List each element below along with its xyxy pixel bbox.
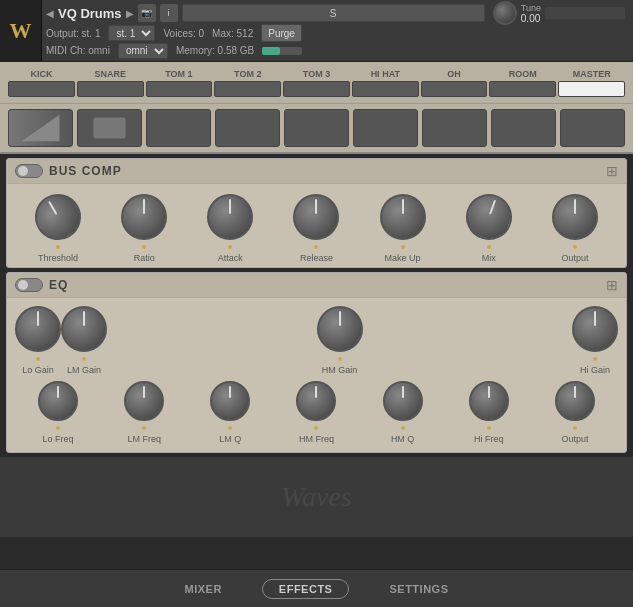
- release-dot: [314, 245, 318, 249]
- hm-q-knob[interactable]: [383, 381, 423, 421]
- nav-settings[interactable]: SETTINGS: [389, 583, 448, 595]
- buscomp-output-group: Output: [552, 194, 598, 263]
- bus-comp-title: BUS COMP: [49, 164, 122, 178]
- title-row: ◀ VQ Drums ▶ 📷 i S Tune 0.00: [46, 2, 629, 24]
- eq-output-label: Output: [561, 434, 588, 444]
- pattern-btn-9[interactable]: [560, 109, 625, 147]
- output-label: Output: st. 1: [46, 28, 100, 39]
- tune-knob[interactable]: [493, 1, 517, 25]
- lo-freq-group: Lo Freq: [38, 381, 78, 444]
- hi-freq-label: Hi Freq: [474, 434, 504, 444]
- pad-master-label: MASTER: [573, 69, 611, 79]
- nav-mixer[interactable]: MIXER: [185, 583, 222, 595]
- pattern-btn-7[interactable]: [422, 109, 487, 147]
- threshold-knob[interactable]: [27, 186, 90, 249]
- pad-snare: SNARE: [77, 69, 144, 97]
- tune-label: Tune: [521, 3, 541, 13]
- pad-kick: KICK: [8, 69, 75, 97]
- top-bar: W ◀ VQ Drums ▶ 📷 i S Tune 0.00 Output: s…: [0, 0, 633, 62]
- mix-knob[interactable]: [459, 188, 518, 247]
- prev-arrow[interactable]: ◀: [46, 8, 54, 19]
- makeup-knob[interactable]: [380, 194, 426, 240]
- midi-dropdown[interactable]: omni: [118, 43, 168, 59]
- pattern-ramp-btn[interactable]: [8, 109, 73, 147]
- info-button[interactable]: i: [160, 4, 178, 22]
- makeup-group: Make Up: [380, 194, 426, 263]
- eq-row1: Lo Gain LM Gain HM Gain Hi Gain: [7, 298, 626, 377]
- lo-gain-knob[interactable]: [15, 306, 61, 352]
- lm-freq-dot: [142, 426, 146, 430]
- pad-tom3-btn[interactable]: [283, 81, 350, 97]
- eq-toggle[interactable]: [15, 278, 43, 292]
- hi-freq-group: Hi Freq: [469, 381, 509, 444]
- pad-snare-btn[interactable]: [77, 81, 144, 97]
- mix-group: Mix: [466, 194, 512, 263]
- hm-freq-dot: [314, 426, 318, 430]
- release-label: Release: [300, 253, 333, 263]
- bus-comp-expand-icon[interactable]: ⊞: [606, 163, 618, 179]
- release-knob[interactable]: [293, 194, 339, 240]
- lm-freq-group: LM Freq: [124, 381, 164, 444]
- hi-gain-dot: [593, 357, 597, 361]
- lo-gain-group: Lo Gain: [15, 306, 61, 375]
- lo-freq-dot: [56, 426, 60, 430]
- pattern-square-btn[interactable]: [77, 109, 142, 147]
- makeup-dot: [401, 245, 405, 249]
- purge-button[interactable]: Purge: [261, 24, 302, 42]
- pad-oh-btn[interactable]: [421, 81, 488, 97]
- pad-room-btn[interactable]: [489, 81, 556, 97]
- camera-button[interactable]: 📷: [138, 4, 156, 22]
- bus-comp-toggle[interactable]: [15, 164, 43, 178]
- ratio-label: Ratio: [134, 253, 155, 263]
- hm-freq-knob[interactable]: [296, 381, 336, 421]
- pad-hihat-btn[interactable]: [352, 81, 419, 97]
- lm-freq-knob[interactable]: [124, 381, 164, 421]
- eq-expand-icon[interactable]: ⊞: [606, 277, 618, 293]
- makeup-label: Make Up: [385, 253, 421, 263]
- ratio-knob[interactable]: [121, 194, 167, 240]
- hi-freq-dot: [487, 426, 491, 430]
- eq-output-group: Output: [555, 381, 595, 444]
- attack-knob[interactable]: [207, 194, 253, 240]
- watermark: Waves: [281, 481, 352, 513]
- svg-rect-1: [93, 118, 125, 139]
- lo-freq-knob[interactable]: [38, 381, 78, 421]
- hi-freq-knob[interactable]: [469, 381, 509, 421]
- lm-gain-knob[interactable]: [61, 306, 107, 352]
- release-group: Release: [293, 194, 339, 263]
- hm-gain-knob[interactable]: [317, 306, 363, 352]
- top-bar-main: ◀ VQ Drums ▶ 📷 i S Tune 0.00 Output: st.…: [42, 0, 633, 61]
- lm-q-knob[interactable]: [210, 381, 250, 421]
- buscomp-output-knob[interactable]: [552, 194, 598, 240]
- ratio-dot: [142, 245, 146, 249]
- output-dropdown[interactable]: st. 1: [108, 25, 155, 41]
- pattern-btn-4[interactable]: [215, 109, 280, 147]
- pad-tom2-btn[interactable]: [214, 81, 281, 97]
- pad-oh-label: OH: [447, 69, 461, 79]
- hi-gain-knob[interactable]: [572, 306, 618, 352]
- pattern-btn-8[interactable]: [491, 109, 556, 147]
- next-arrow[interactable]: ▶: [126, 8, 134, 19]
- hi-gain-label: Hi Gain: [580, 365, 610, 375]
- pattern-btn-6[interactable]: [353, 109, 418, 147]
- nav-effects[interactable]: EFFECTS: [262, 579, 350, 599]
- tune-area: Tune 0.00: [521, 3, 541, 24]
- lm-q-dot: [228, 426, 232, 430]
- hm-q-label: HM Q: [391, 434, 415, 444]
- pad-tom1-btn[interactable]: [146, 81, 213, 97]
- pad-master-btn[interactable]: [558, 81, 625, 97]
- pad-kick-btn[interactable]: [8, 81, 75, 97]
- hm-freq-label: HM Freq: [299, 434, 334, 444]
- plugin-name: VQ Drums: [58, 6, 122, 21]
- pattern-btn-3[interactable]: [146, 109, 211, 147]
- s-button[interactable]: S: [182, 4, 485, 22]
- eq-output-knob[interactable]: [555, 381, 595, 421]
- eq-output-dot: [573, 426, 577, 430]
- waves-logo: W: [10, 18, 32, 44]
- pad-master: MASTER: [558, 69, 625, 97]
- pattern-btn-5[interactable]: [284, 109, 349, 147]
- bus-comp-header: BUS COMP ⊞: [7, 159, 626, 184]
- pad-tom2-label: TOM 2: [234, 69, 261, 79]
- midi-label: MIDI Ch: omni: [46, 45, 110, 56]
- hm-freq-group: HM Freq: [296, 381, 336, 444]
